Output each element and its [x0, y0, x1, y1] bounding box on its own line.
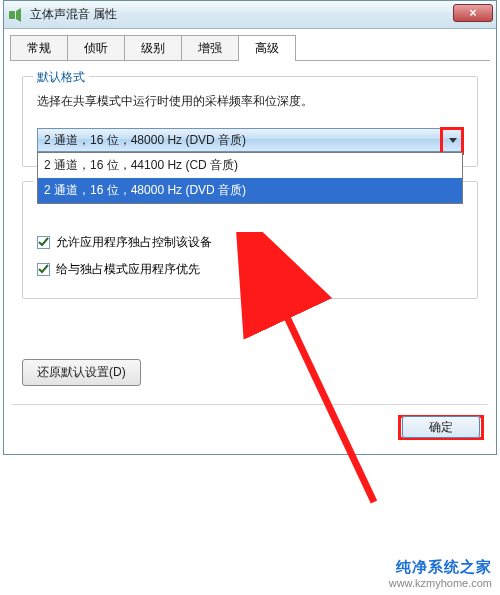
svg-rect-0: [9, 11, 15, 19]
tab-levels[interactable]: 级别: [124, 35, 182, 61]
group-default-format: 默认格式 选择在共享模式中运行时使用的采样频率和位深度。 2 通道，16 位，4…: [22, 76, 478, 167]
tab-strip: 常规 侦听 级别 增强 高级: [10, 35, 490, 61]
restore-area: 还原默认设置(D): [22, 359, 478, 386]
watermark: 纯净系统之家 www.kzmyhome.com: [389, 558, 492, 589]
tab-advanced[interactable]: 高级: [238, 35, 296, 61]
restore-defaults-button[interactable]: 还原默认设置(D): [22, 359, 141, 386]
properties-dialog: 立体声混音 属性 × 常规 侦听 级别 增强 高级 默认格式 选择在共享模式中运…: [3, 0, 497, 455]
checkbox-priority[interactable]: [37, 263, 50, 276]
titlebar: 立体声混音 属性 ×: [4, 1, 496, 29]
tab-listen[interactable]: 侦听: [67, 35, 125, 61]
checkbox-allow-exclusive[interactable]: [37, 236, 50, 249]
close-button[interactable]: ×: [453, 4, 493, 22]
format-option-0[interactable]: 2 通道，16 位，44100 Hz (CD 音质): [38, 153, 462, 178]
format-option-1[interactable]: 2 通道，16 位，48000 Hz (DVD 音质): [38, 178, 462, 203]
window-title: 立体声混音 属性: [30, 6, 453, 23]
checkbox-label-priority: 给与独占模式应用程序优先: [56, 261, 200, 278]
format-description: 选择在共享模式中运行时使用的采样频率和位深度。: [37, 93, 463, 110]
dialog-footer: 确定: [4, 405, 496, 454]
ok-button[interactable]: 确定: [402, 416, 480, 438]
highlight-ok-button: 确定: [398, 415, 484, 440]
format-combobox[interactable]: 2 通道，16 位，48000 Hz (DVD 音质): [37, 128, 463, 152]
app-icon: [8, 7, 24, 23]
tab-enhance[interactable]: 增强: [181, 35, 239, 61]
tab-general[interactable]: 常规: [10, 35, 68, 61]
svg-line-1: [279, 300, 374, 502]
format-dropdown-list: 2 通道，16 位，44100 Hz (CD 音质) 2 通道，16 位，480…: [37, 152, 463, 204]
tab-content: 默认格式 选择在共享模式中运行时使用的采样频率和位深度。 2 通道，16 位，4…: [4, 62, 496, 404]
checkbox-row-priority: 给与独占模式应用程序优先: [37, 261, 463, 278]
watermark-title: 纯净系统之家: [389, 558, 492, 577]
watermark-url: www.kzmyhome.com: [389, 577, 492, 589]
close-icon: ×: [469, 6, 476, 20]
checkbox-row-allow-exclusive: 允许应用程序独占控制该设备: [37, 234, 463, 251]
chevron-down-icon[interactable]: [442, 129, 462, 151]
group-title-default-format: 默认格式: [33, 69, 89, 86]
checkbox-label-allow-exclusive: 允许应用程序独占控制该设备: [56, 234, 212, 251]
format-selected-text: 2 通道，16 位，48000 Hz (DVD 音质): [44, 132, 246, 149]
format-combo-row: 2 通道，16 位，48000 Hz (DVD 音质) 2 通道，16 位，44…: [37, 128, 463, 152]
